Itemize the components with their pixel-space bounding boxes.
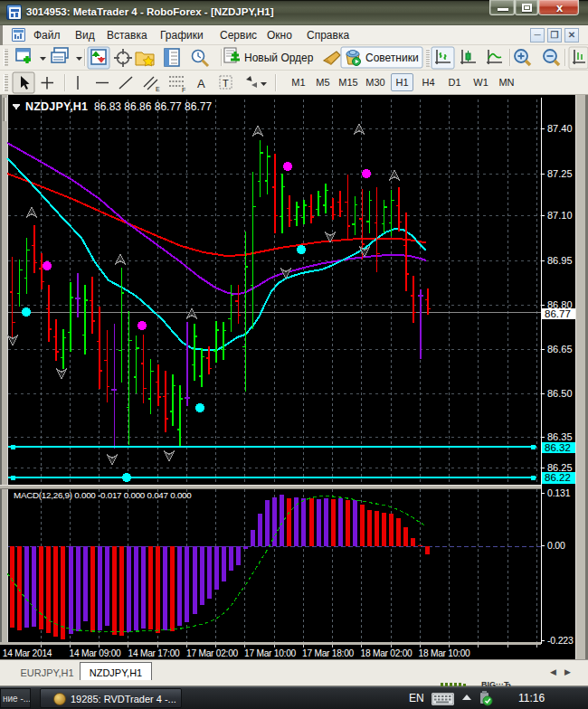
svg-text:MACD(12,26,9) 0.000 -0.017 0.0: MACD(12,26,9) 0.000 -0.017 0.000 0.047 0… — [14, 490, 192, 500]
svg-text:86.50: 86.50 — [547, 388, 573, 399]
svg-text:-0.223: -0.223 — [547, 635, 574, 646]
svg-text:18 Mar 10:00: 18 Mar 10:00 — [418, 648, 470, 658]
svg-text:E: E — [156, 86, 160, 92]
svg-text:86.65: 86.65 — [547, 344, 573, 354]
svg-text:87.40: 87.40 — [547, 123, 573, 134]
svg-text:86.32: 86.32 — [545, 442, 571, 453]
svg-text:86.35: 86.35 — [547, 431, 573, 442]
svg-text:86.95: 86.95 — [547, 255, 573, 266]
svg-text:0.00: 0.00 — [547, 540, 565, 551]
svg-text:17 Mar 18:00: 17 Mar 18:00 — [302, 648, 355, 658]
svg-text:86.77: 86.77 — [545, 308, 571, 319]
svg-text:NZDJPY,H1: NZDJPY,H1 — [25, 100, 88, 113]
svg-text:F: F — [182, 87, 185, 93]
svg-text:86.83 86.86 86.77 86.77: 86.83 86.86 86.77 86.77 — [94, 100, 212, 113]
svg-text:14 Mar 09:00: 14 Mar 09:00 — [69, 648, 121, 658]
svg-text:17 Mar 02:00: 17 Mar 02:00 — [186, 648, 239, 658]
svg-text:17 Mar 10:00: 17 Mar 10:00 — [244, 648, 297, 658]
svg-text:18 Mar 02:00: 18 Mar 02:00 — [360, 648, 413, 658]
svg-text:87.25: 87.25 — [547, 168, 573, 179]
svg-text:14 Mar 2014: 14 Mar 2014 — [3, 648, 52, 658]
svg-text:0.131: 0.131 — [547, 487, 571, 498]
svg-text:86.22: 86.22 — [545, 472, 571, 483]
svg-text:A: A — [197, 77, 205, 90]
svg-text:14 Mar 17:00: 14 Mar 17:00 — [128, 648, 180, 658]
svg-text:87.10: 87.10 — [547, 210, 573, 221]
svg-text:T: T — [223, 78, 229, 89]
